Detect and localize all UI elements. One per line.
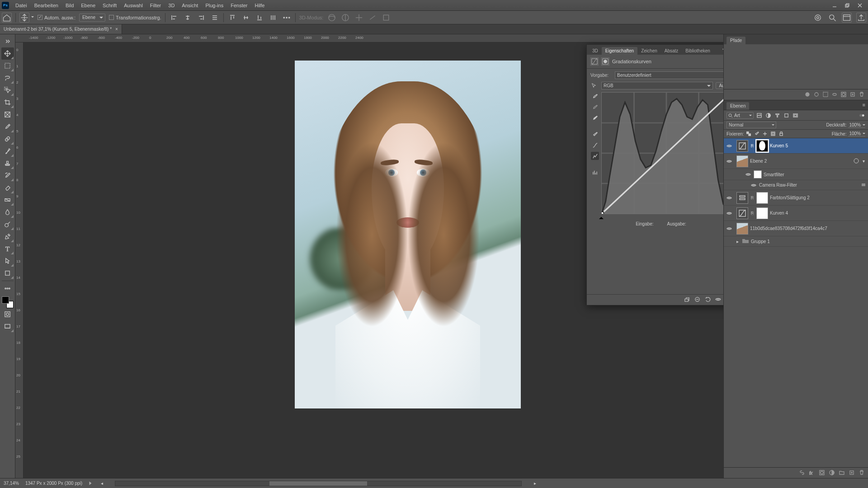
menu-ansicht[interactable]: Ansicht — [178, 2, 202, 9]
input-range-slider[interactable] — [601, 215, 723, 220]
properties-tab-bibliotheken[interactable]: Bibliotheken — [682, 47, 713, 55]
layer-mask-thumbnail[interactable] — [756, 192, 768, 204]
move-tool-preset[interactable] — [19, 13, 29, 23]
visibility-toggle[interactable] — [726, 195, 733, 201]
align-right-button[interactable] — [196, 13, 206, 23]
layer-camera-raw-filter[interactable]: Camera Raw-Filter — [724, 180, 868, 190]
frame-tool[interactable] — [1, 108, 14, 121]
edit-points-button[interactable] — [591, 130, 599, 138]
blend-mode-dropdown[interactable]: Normal — [726, 122, 776, 128]
menu-auswahl[interactable]: Auswahl — [120, 2, 146, 9]
eraser-tool[interactable] — [1, 182, 14, 194]
more-align-button[interactable] — [282, 13, 292, 23]
fill-field[interactable]: 100% — [848, 131, 865, 136]
layer-smartfilter-heading[interactable]: Smartfilter — [724, 169, 868, 180]
layers-tab[interactable]: Ebenen — [726, 102, 749, 110]
stroke-path-button[interactable] — [814, 92, 819, 98]
new-path-button[interactable] — [850, 92, 855, 98]
fill-path-button[interactable] — [805, 92, 810, 98]
menu-fenster[interactable]: Fenster — [227, 2, 251, 9]
layer-filter-kind[interactable]: Art — [726, 112, 754, 119]
new-layer-button[interactable] — [849, 470, 854, 476]
quickmask-toggle[interactable] — [1, 308, 14, 320]
lasso-tool[interactable] — [1, 72, 14, 84]
selection-to-path-button[interactable] — [832, 92, 837, 98]
layer-name[interactable]: Kurven 4 — [770, 211, 866, 216]
align-top-button[interactable] — [227, 13, 237, 23]
gradient-tool[interactable] — [1, 194, 14, 206]
vertical-ruler[interactable]: 0123456789101112131415161718192021222324… — [15, 42, 24, 478]
lock-position[interactable] — [762, 131, 768, 137]
visibility-toggle[interactable] — [726, 159, 733, 164]
menu-schrift[interactable]: Schrift — [99, 2, 120, 9]
window-minimize-button[interactable] — [828, 1, 841, 9]
link-icon[interactable]: ⎘ — [750, 211, 755, 216]
delete-layer-button[interactable] — [859, 470, 864, 476]
menu-filter[interactable]: Filter — [146, 2, 165, 9]
heal-tool[interactable] — [1, 133, 14, 145]
home-button[interactable] — [2, 13, 12, 23]
curves-thumbnail[interactable] — [736, 207, 748, 219]
menu-hilfe[interactable]: Hilfe — [251, 2, 268, 9]
layer-farbton-saettigung-2[interactable]: ⎘ Farbton/Sättigung 2 — [724, 190, 868, 206]
path-select-tool[interactable] — [1, 255, 14, 267]
sampler-white-button[interactable] — [591, 92, 599, 100]
layer-name[interactable]: Gruppe 1 — [751, 239, 866, 244]
move-tool[interactable] — [1, 47, 14, 60]
layer-background-image[interactable]: 11b0d5dcae835708d472f6d3f14ca4c7 — [724, 221, 868, 236]
share-button[interactable] — [856, 13, 866, 23]
menu-plugins[interactable]: Plug-ins — [202, 2, 227, 9]
layer-mask-thumbnail[interactable] — [756, 140, 768, 152]
toggle-visibility-button[interactable] — [715, 296, 721, 303]
document-close-button[interactable]: × — [115, 27, 118, 32]
channel-dropdown[interactable]: RGB — [601, 82, 713, 89]
lock-artboard[interactable] — [770, 131, 776, 137]
histogram-toggle[interactable] — [591, 168, 599, 176]
smartfilter-mask[interactable] — [754, 170, 762, 178]
properties-panel[interactable]: ◂◂ × 3D Eigenschaften Zeichen Absatz Bib… — [586, 44, 723, 305]
document-info[interactable]: 1347 Px x 2000 Px (300 ppi) — [25, 481, 82, 486]
3d-roll-button[interactable] — [340, 13, 350, 23]
visibility-toggle[interactable] — [726, 226, 733, 231]
layer-fx-button[interactable]: fx — [809, 470, 815, 476]
align-left-button[interactable] — [169, 13, 179, 23]
history-brush-tool[interactable] — [1, 169, 14, 182]
transform-controls-checkbox[interactable]: Transformationsstrg. — [109, 15, 161, 20]
paths-tab[interactable]: Pfade — [726, 37, 745, 44]
link-icon[interactable]: ⎘ — [750, 195, 755, 200]
hue-sat-thumbnail[interactable] — [736, 192, 748, 204]
filter-pixel-icon[interactable] — [755, 112, 763, 119]
new-group-button[interactable] — [839, 470, 844, 476]
clip-to-layer-button[interactable] — [684, 296, 690, 303]
add-mask-button[interactable] — [819, 470, 825, 476]
horizontal-ruler[interactable]: -1400-1200-1000-800-600-400-200020040060… — [15, 34, 723, 42]
properties-tab-3d[interactable]: 3D — [589, 47, 602, 55]
new-adjustment-button[interactable] — [829, 470, 835, 476]
targeted-adjust-button[interactable] — [590, 82, 599, 89]
3d-scale-button[interactable] — [381, 13, 391, 23]
pen-tool[interactable] — [1, 230, 14, 243]
eyedropper-tool[interactable] — [1, 121, 14, 133]
panel-collapse-icon[interactable]: ◂◂ — [722, 47, 723, 51]
tool-preset-dropdown[interactable] — [31, 16, 34, 19]
canvas-area[interactable]: -1400-1200-1000-800-600-400-200020040060… — [15, 34, 723, 478]
sampler-black-button[interactable] — [591, 114, 599, 122]
delete-path-button[interactable] — [859, 92, 864, 98]
view-previous-button[interactable] — [694, 296, 700, 303]
link-icon[interactable]: ⎘ — [750, 143, 755, 148]
properties-tab-eigenschaften[interactable]: Eigenschaften — [602, 47, 637, 55]
layer-name[interactable]: Kurven 5 — [770, 143, 866, 148]
auto-select-checkbox[interactable]: Autom. ausw.: — [38, 15, 75, 20]
layer-kurven-5[interactable]: ⎘ Kurven 5 — [724, 138, 868, 154]
auto-button[interactable]: Auto — [716, 82, 723, 89]
canvas-stage[interactable]: ◂◂ × 3D Eigenschaften Zeichen Absatz Bib… — [24, 42, 723, 478]
path-to-selection-button[interactable] — [823, 92, 828, 98]
type-tool[interactable] — [1, 243, 14, 255]
smartfilter-expand-icon[interactable] — [854, 158, 859, 164]
blur-tool[interactable] — [1, 206, 14, 218]
paths-panel-body[interactable] — [724, 44, 868, 89]
cloud-docs-button[interactable] — [813, 13, 823, 23]
3d-orbit-button[interactable] — [327, 13, 337, 23]
group-expand-caret[interactable]: ▸ — [735, 239, 740, 244]
brush-tool[interactable] — [1, 145, 14, 157]
